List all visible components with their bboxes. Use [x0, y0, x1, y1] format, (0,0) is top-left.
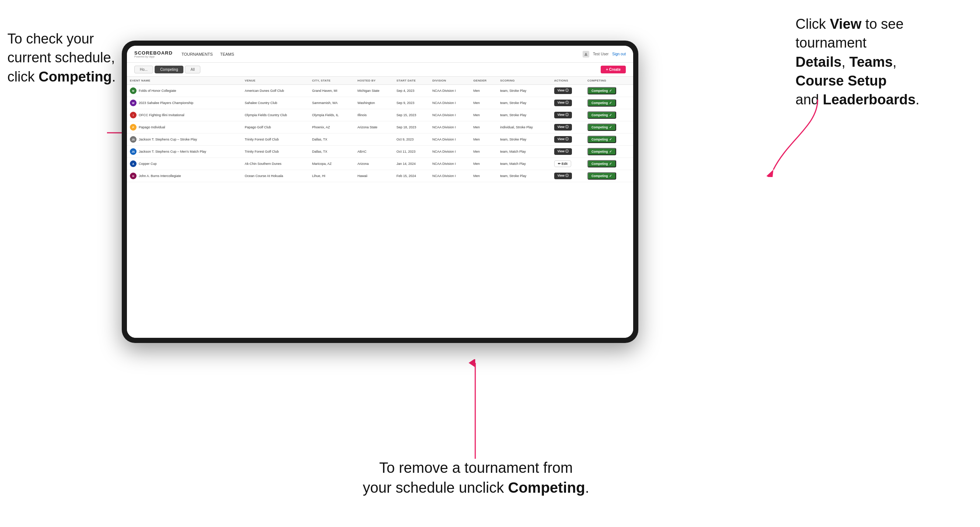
cell-event-name: JS Jackson T. Stephens Cup – Men's Match… [127, 146, 242, 158]
cell-venue: American Dunes Golf Club [242, 85, 309, 97]
cell-competing: Competing [584, 121, 633, 133]
cell-event-name: A Copper Cup [127, 158, 242, 170]
cell-division: NCAA Division I [430, 170, 471, 182]
cell-hosted: Illinois [355, 109, 394, 121]
logo-sub: Powered by clippi [134, 55, 173, 58]
cell-event-name: P Papago Individual [127, 121, 242, 133]
view-button[interactable]: View ⓘ [554, 124, 572, 130]
table-row: A Copper Cup Ak-Chin Southern DunesMaric… [127, 158, 633, 170]
cell-event-name: JS Jackson T. Stephens Cup – Stroke Play [127, 133, 242, 146]
nav-right: Test User Sign out [582, 51, 626, 57]
cell-competing: Competing [584, 158, 633, 170]
competing-button[interactable]: Competing [587, 160, 616, 167]
cell-scoring: team, Match Play [497, 158, 551, 170]
sign-out-link[interactable]: Sign out [612, 52, 626, 56]
tab-home[interactable]: Ho... [134, 66, 153, 73]
competing-button[interactable]: Competing [587, 136, 616, 143]
col-competing: COMPETING [584, 77, 633, 85]
event-name-text: Jackson T. Stephens Cup – Stroke Play [139, 138, 197, 141]
competing-button[interactable]: Competing [587, 111, 616, 119]
competing-button[interactable]: Competing [587, 99, 616, 106]
view-button[interactable]: View ⓘ [554, 173, 572, 179]
team-logo: A [130, 160, 137, 167]
event-name-text: Copper Cup [139, 162, 157, 165]
view-button[interactable]: View ⓘ [554, 148, 572, 155]
cell-competing: Competing [584, 133, 633, 146]
cell-hosted [355, 133, 394, 146]
cell-scoring: team, Stroke Play [497, 97, 551, 109]
team-logo: I [130, 112, 137, 118]
cell-scoring: team, Stroke Play [497, 170, 551, 182]
cell-venue: Sahalee Country Club [242, 97, 309, 109]
annotation-text-right: Click View to see tournament Details, Te… [795, 16, 920, 107]
cell-gender: Men [471, 85, 497, 97]
cell-event-name: I OFCC Fighting Illini Invitational [127, 109, 242, 121]
logo-area: SCOREBOARD Powered by clippi [134, 50, 173, 58]
col-event-name: EVENT NAME [127, 77, 242, 85]
cell-gender: Men [471, 97, 497, 109]
view-button[interactable]: View ⓘ [554, 100, 572, 106]
edit-button[interactable]: ✏ Edit [554, 160, 571, 167]
tournaments-table: EVENT NAME VENUE CITY, STATE HOSTED BY S… [127, 77, 633, 182]
nav-tournaments[interactable]: TOURNAMENTS [181, 51, 213, 58]
table-row: JS Jackson T. Stephens Cup – Men's Match… [127, 146, 633, 158]
cell-date: Sep 18, 2023 [393, 121, 429, 133]
cell-hosted: Hawaii [355, 170, 394, 182]
annotation-top-right: Click View to see tournament Details, Te… [795, 15, 973, 109]
competing-button[interactable]: Competing [587, 87, 616, 94]
cell-competing: Competing [584, 85, 633, 97]
col-actions: ACTIONS [551, 77, 584, 85]
cell-event-name: H John A. Burns Intercollegiate [127, 170, 242, 182]
nav-links: TOURNAMENTS TEAMS [181, 51, 582, 58]
user-name: Test User [593, 52, 608, 56]
event-name-text: John A. Burns Intercollegiate [139, 174, 181, 178]
cell-city: Grand Haven, MI [309, 85, 355, 97]
col-division: DIVISION [430, 77, 471, 85]
competing-button[interactable]: Competing [587, 148, 616, 155]
create-button[interactable]: + Create [601, 66, 626, 73]
cell-gender: Men [471, 146, 497, 158]
cell-gender: Men [471, 170, 497, 182]
team-logo: JS [130, 136, 137, 143]
annotation-text: To check your current schedule, click Co… [7, 31, 116, 84]
cell-scoring: team, Stroke Play [497, 133, 551, 146]
col-city-state: CITY, STATE [309, 77, 355, 85]
nav-teams[interactable]: TEAMS [220, 51, 234, 58]
view-button[interactable]: View ⓘ [554, 112, 572, 118]
event-name-text: Folds of Honor Collegiate [139, 89, 177, 92]
table-row: I OFCC Fighting Illini Invitational Olym… [127, 109, 633, 121]
cell-city: Olympia Fields, IL [309, 109, 355, 121]
cell-city: Lihue, HI [309, 170, 355, 182]
table-row: JS Jackson T. Stephens Cup – Stroke Play… [127, 133, 633, 146]
event-name-text: 2023 Sahalee Players Championship [139, 101, 193, 105]
cell-date: Feb 15, 2024 [393, 170, 429, 182]
view-button[interactable]: View ⓘ [554, 87, 572, 94]
competing-button[interactable]: Competing [587, 124, 616, 131]
col-hosted-by: HOSTED BY [355, 77, 394, 85]
team-logo: P [130, 124, 137, 130]
cell-city: Sammamish, WA [309, 97, 355, 109]
event-name-text: Papago Individual [139, 125, 165, 129]
cell-scoring: individual, Stroke Play [497, 121, 551, 133]
table-row: M Folds of Honor Collegiate American Dun… [127, 85, 633, 97]
tablet-screen: SCOREBOARD Powered by clippi TOURNAMENTS… [127, 46, 633, 338]
col-start-date: START DATE [393, 77, 429, 85]
competing-button[interactable]: Competing [587, 172, 616, 179]
table-row: P Papago Individual Papago Golf ClubPhoe… [127, 121, 633, 133]
cell-city: Dallas, TX [309, 133, 355, 146]
team-logo: JS [130, 148, 137, 155]
cell-gender: Men [471, 109, 497, 121]
filter-bar: Ho... Competing All + Create [127, 63, 633, 77]
annotation-text-bottom: To remove a tournament from your schedul… [363, 460, 589, 496]
tab-competing[interactable]: Competing [154, 66, 183, 73]
cell-venue: Ocean Course At Hokuala [242, 170, 309, 182]
table-row: W 2023 Sahalee Players Championship Saha… [127, 97, 633, 109]
cell-hosted: Arizona State [355, 121, 394, 133]
cell-action: View ⓘ [551, 133, 584, 146]
cell-date: Oct 9, 2023 [393, 133, 429, 146]
cell-action: View ⓘ [551, 97, 584, 109]
cell-action: View ⓘ [551, 85, 584, 97]
tab-all[interactable]: All [185, 66, 200, 73]
view-button[interactable]: View ⓘ [554, 136, 572, 143]
cell-date: Oct 11, 2023 [393, 146, 429, 158]
